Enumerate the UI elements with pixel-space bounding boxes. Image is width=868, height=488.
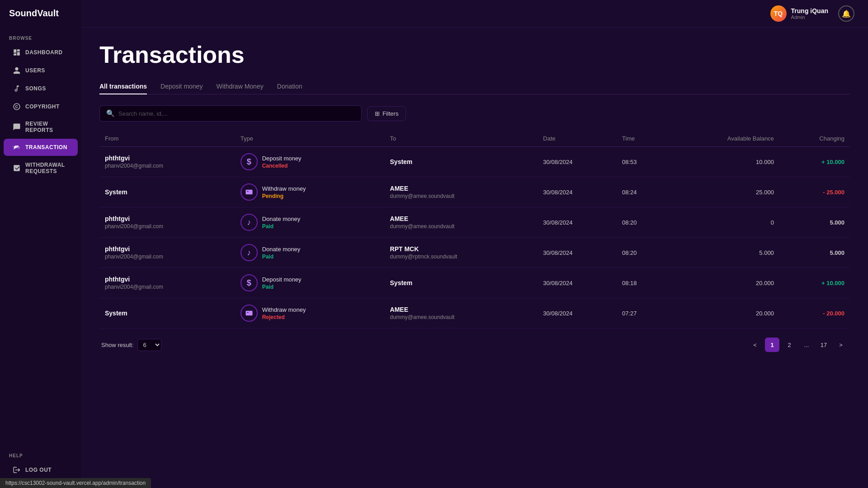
date-cell: 30/08/2024 [538,298,617,328]
date-cell: 30/08/2024 [538,147,617,177]
to-name: AMEE [390,306,533,313]
pagination-ellipsis: ... [799,338,814,352]
filter-button[interactable]: ⊞ Filters [367,106,406,121]
transaction-table: From Type To Date Time Available Balance… [99,131,850,328]
balance-cell: 10.000 [667,147,779,177]
changing-cell: + 10.000 [779,268,850,298]
url-bar: https://csc13002-sound-vault.vercel.app/… [0,478,151,488]
sidebar-item-copyright[interactable]: COPYRIGHT [4,98,78,115]
table-row: phthtgviphanvi2004@gmail.com$Deposit mon… [99,268,850,298]
browse-section-label: BROWSE [0,31,81,43]
page-title: Transactions [99,41,850,68]
table-row: SystemWithdraw moneyRejectedAMEEdummy@am… [99,298,850,328]
pagination-page-button[interactable]: 17 [816,338,831,352]
to-name: System [390,158,533,165]
type-icon [241,305,258,322]
avatar: TQ [770,5,787,22]
sidebar: SoundVault BROWSE DASHBOARD USERS SONGS … [0,0,81,488]
tab-withdraw-money[interactable]: Withdraw Money [216,79,263,94]
type-status: Paid [262,253,301,260]
help-section-label: HELP [0,449,81,461]
time-cell: 08:20 [617,238,667,268]
time-cell: 08:24 [617,177,667,207]
pagination-current-page[interactable]: 1 [765,338,779,352]
review-reports-icon [13,123,21,131]
time-cell: 08:53 [617,147,667,177]
type-name: Donate money [262,246,301,253]
search-input[interactable] [118,110,355,117]
show-result-select[interactable]: 6102050 [137,339,161,351]
to-name: AMEE [390,185,533,192]
from-email: phanvi2004@gmail.com [105,284,230,290]
user-role: Admin [791,14,828,20]
type-icon: $ [241,274,258,291]
type-name: Withdraw money [262,306,306,313]
changing-cell: + 10.000 [779,147,850,177]
balance-cell: 0 [667,207,779,238]
svg-rect-0 [245,190,252,195]
changing-cell: - 20.000 [779,298,850,328]
songs-icon [13,84,21,93]
col-time: Time [617,131,667,147]
sidebar-item-transaction[interactable]: TRANSACTION [4,139,78,156]
date-cell: 30/08/2024 [538,177,617,207]
svg-rect-3 [247,312,248,313]
tab-donation[interactable]: Donation [277,79,302,94]
sidebar-item-withdrawal-requests[interactable]: WITHDRAWALREQUESTS [4,157,78,179]
from-name: phthtgvi [105,276,230,283]
user-name: Trung iQuan [791,7,828,14]
type-name: Deposit money [262,276,302,283]
changing-cell: 5.000 [779,238,850,268]
table-row: phthtgviphanvi2004@gmail.com$Deposit mon… [99,147,850,177]
type-cell: $Deposit moneyCancelled [241,153,379,170]
type-cell: ♪Donate moneyPaid [241,214,379,231]
sidebar-item-songs[interactable]: SONGS [4,80,78,97]
type-cell: $Deposit moneyPaid [241,274,379,291]
type-icon: ♪ [241,214,258,231]
col-type: Type [235,131,385,147]
from-email: phanvi2004@gmail.com [105,163,230,169]
pagination-next-button[interactable]: > [834,338,848,352]
tab-all-transactions[interactable]: All transactions [99,79,147,94]
from-name: phthtgvi [105,155,230,162]
search-box: 🔍 [99,105,362,122]
sidebar-item-review-reports[interactable]: REVIEW REPORTS [4,116,78,138]
search-filter-row: 🔍 ⊞ Filters [99,105,850,122]
type-status: Paid [262,223,301,230]
sidebar-item-users[interactable]: USERS [4,62,78,79]
table-row: SystemWithdraw moneyPendingAMEEdummy@ame… [99,177,850,207]
pagination-row: Show result: 6102050 <12...17> [99,338,850,352]
svg-rect-1 [247,191,248,192]
balance-cell: 5.000 [667,238,779,268]
date-cell: 30/08/2024 [538,268,617,298]
type-status: Pending [262,193,306,199]
tab-deposit-money[interactable]: Deposit money [160,79,203,94]
changing-cell: 5.000 [779,207,850,238]
main-area: TQ Trung iQuan Admin 🔔 Transactions All … [81,0,868,488]
type-cell: ♪Donate moneyPaid [241,244,379,261]
time-cell: 08:20 [617,207,667,238]
pagination-prev-button[interactable]: < [748,338,762,352]
users-icon [13,66,21,75]
type-status: Rejected [262,314,306,320]
sidebar-item-dashboard[interactable]: DASHBOARD [4,44,78,61]
notification-bell-button[interactable]: 🔔 [838,5,854,22]
topbar: TQ Trung iQuan Admin 🔔 [81,0,868,28]
date-cell: 30/08/2024 [538,238,617,268]
date-cell: 30/08/2024 [538,207,617,238]
time-cell: 08:18 [617,268,667,298]
col-changing: Changing [779,131,850,147]
col-to: To [385,131,538,147]
type-icon [241,183,258,201]
col-balance: Available Balance [667,131,779,147]
show-result: Show result: 6102050 [101,339,161,351]
dashboard-icon [13,48,21,56]
app-logo: SoundVault [0,0,81,27]
from-name: System [105,310,230,317]
pagination-page-button[interactable]: 2 [782,338,797,352]
sidebar-item-logout[interactable]: LOG OUT [4,461,78,479]
col-from: From [99,131,235,147]
tabs: All transactions Deposit money Withdraw … [99,79,850,94]
type-status: Paid [262,284,302,290]
svg-rect-2 [245,311,252,316]
